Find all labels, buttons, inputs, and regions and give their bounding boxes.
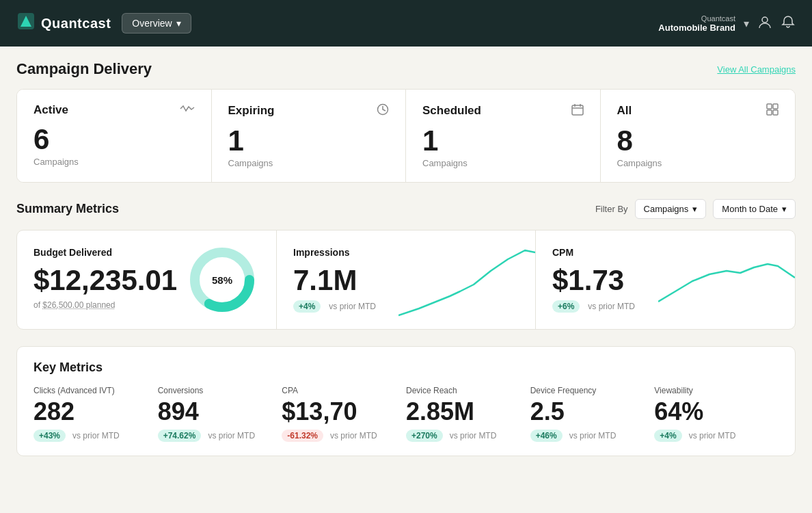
key-metric-conversions: Conversions 894 +74.62% vs prior MTD (158, 386, 282, 442)
card-number-expiring: 1 (228, 127, 390, 155)
key-metric-viewability: Viewability 64% +4% vs prior MTD (654, 386, 779, 442)
main-content: Campaign Delivery View All Campaigns Act… (0, 47, 812, 470)
cpa-vs: vs prior MTD (330, 431, 377, 440)
card-label-expiring: Expiring (228, 104, 275, 118)
card-header-expiring: Expiring (228, 103, 390, 118)
brand-company: Quantcast (658, 14, 735, 23)
card-sublabel-scheduled: Campaigns (422, 158, 584, 168)
grid-icon (766, 103, 779, 118)
device-freq-value: 2.5 (530, 399, 644, 424)
metric-panel-impressions: Impressions 7.1M +4% vs prior MTD (277, 231, 536, 329)
card-label-scheduled: Scheduled (422, 104, 481, 118)
svg-point-2 (762, 17, 768, 23)
campaign-card-active: Active 6 Campaigns (17, 90, 212, 182)
device-reach-vs: vs prior MTD (450, 431, 497, 440)
device-freq-badge: +46% (530, 430, 563, 442)
cpa-badge: -61.32% (282, 430, 323, 442)
svg-rect-8 (767, 104, 772, 109)
key-metric-device-freq: Device Frequency 2.5 +46% vs prior MTD (530, 386, 655, 442)
logo: Quantcast (16, 12, 111, 35)
filter-by-value: Campaigns (644, 204, 689, 214)
campaign-card-scheduled: Scheduled 1 Campaigns (406, 90, 601, 182)
conversions-footer: +74.62% vs prior MTD (158, 430, 271, 442)
card-number-scheduled: 1 (422, 127, 584, 155)
calendar-icon (571, 103, 584, 118)
bell-icon[interactable] (781, 14, 796, 33)
clock-icon (377, 103, 389, 118)
chevron-date-icon: ▾ (782, 204, 787, 214)
conversions-badge: +74.62% (158, 430, 202, 442)
svg-rect-10 (767, 110, 772, 115)
campaign-card-expiring: Expiring 1 Campaigns (212, 90, 407, 182)
device-reach-label: Device Reach (406, 386, 519, 395)
page-title: Campaign Delivery (16, 60, 152, 78)
clicks-value: 282 (33, 399, 147, 424)
conversions-value: 894 (158, 399, 271, 424)
conversions-vs: vs prior MTD (208, 431, 255, 440)
metric-panel-budget: Budget Delivered $12,235.01 of $26,500.0… (17, 231, 277, 329)
svg-rect-11 (773, 110, 778, 115)
header-right: Quantcast Automobile Brand ▾ (658, 14, 796, 33)
device-freq-footer: +46% vs prior MTD (530, 430, 644, 442)
brand-info: Quantcast Automobile Brand (658, 14, 735, 33)
key-metric-clicks: Clicks (Advanced IVT) 282 +43% vs prior … (33, 386, 158, 442)
viewability-vs: vs prior MTD (689, 431, 736, 440)
device-reach-value: 2.85M (406, 399, 519, 424)
activity-icon (180, 104, 195, 116)
card-number-all: 8 (617, 127, 779, 155)
metric-panel-cpm: CPM $1.73 +6% vs prior MTD (536, 231, 795, 329)
cpa-footer: -61.32% vs prior MTD (282, 430, 395, 442)
device-freq-vs: vs prior MTD (569, 431, 617, 440)
cpa-label: CPA (282, 386, 395, 395)
overview-button[interactable]: Overview ▾ (122, 13, 191, 34)
viewability-badge: +4% (654, 430, 681, 442)
key-metrics-section: Key Metrics Clicks (Advanced IVT) 282 +4… (16, 346, 796, 456)
card-header-all: All (617, 103, 779, 118)
clicks-badge: +43% (33, 430, 66, 442)
chevron-brand-icon[interactable]: ▾ (744, 17, 749, 30)
summary-metrics-header: Summary Metrics Filter By Campaigns ▾ Mo… (16, 199, 796, 219)
clicks-vs: vs prior MTD (72, 431, 120, 440)
card-number-active: 6 (33, 125, 195, 154)
cpm-chart (658, 247, 795, 329)
svg-rect-9 (773, 104, 778, 109)
chevron-filter-icon: ▾ (692, 204, 697, 214)
filter-label: Filter By (595, 204, 628, 214)
cpa-value: $13,70 (282, 399, 395, 424)
date-range-select[interactable]: Month to Date ▾ (713, 199, 796, 219)
card-header-scheduled: Scheduled (422, 103, 584, 118)
user-icon[interactable] (757, 14, 772, 33)
device-freq-label: Device Frequency (530, 386, 644, 395)
overview-label: Overview (132, 18, 172, 29)
date-range-value: Month to Date (722, 204, 778, 214)
view-all-campaigns-link[interactable]: View All Campaigns (717, 64, 796, 75)
device-reach-footer: +270% vs prior MTD (406, 430, 519, 442)
card-label-active: Active (33, 103, 68, 117)
logo-icon (16, 12, 36, 35)
svg-rect-4 (572, 105, 583, 115)
device-reach-badge: +270% (406, 430, 443, 442)
header: Quantcast Overview ▾ Quantcast Automobil… (0, 0, 812, 47)
key-metric-device-reach: Device Reach 2.85M +270% vs prior MTD (406, 386, 530, 442)
card-sublabel-expiring: Campaigns (228, 158, 390, 168)
filter-by-select[interactable]: Campaigns ▾ (635, 199, 707, 219)
page-title-row: Campaign Delivery View All Campaigns (16, 60, 796, 78)
clicks-label: Clicks (Advanced IVT) (33, 386, 147, 395)
metric-panels: Budget Delivered $12,235.01 of $26,500.0… (16, 230, 796, 330)
logo-text: Quantcast (41, 16, 111, 31)
viewability-label: Viewability (654, 386, 768, 395)
donut-chart: 58% (185, 242, 260, 317)
card-sublabel-active: Campaigns (33, 157, 195, 167)
viewability-value: 64% (654, 399, 768, 424)
card-label-all: All (617, 104, 632, 118)
chevron-down-icon: ▾ (176, 18, 181, 29)
campaign-cards: Active 6 Campaigns Expiring (16, 89, 796, 183)
cpm-badge: +6% (552, 300, 580, 313)
campaign-card-all: All 8 Campaigns (601, 90, 796, 182)
key-metric-cpa: CPA $13,70 -61.32% vs prior MTD (282, 386, 406, 442)
header-left: Quantcast Overview ▾ (16, 12, 191, 35)
filter-row: Filter By Campaigns ▾ Month to Date ▾ (595, 199, 796, 219)
viewability-footer: +4% vs prior MTD (654, 430, 768, 442)
card-header-active: Active (33, 103, 195, 117)
clicks-footer: +43% vs prior MTD (33, 430, 147, 442)
